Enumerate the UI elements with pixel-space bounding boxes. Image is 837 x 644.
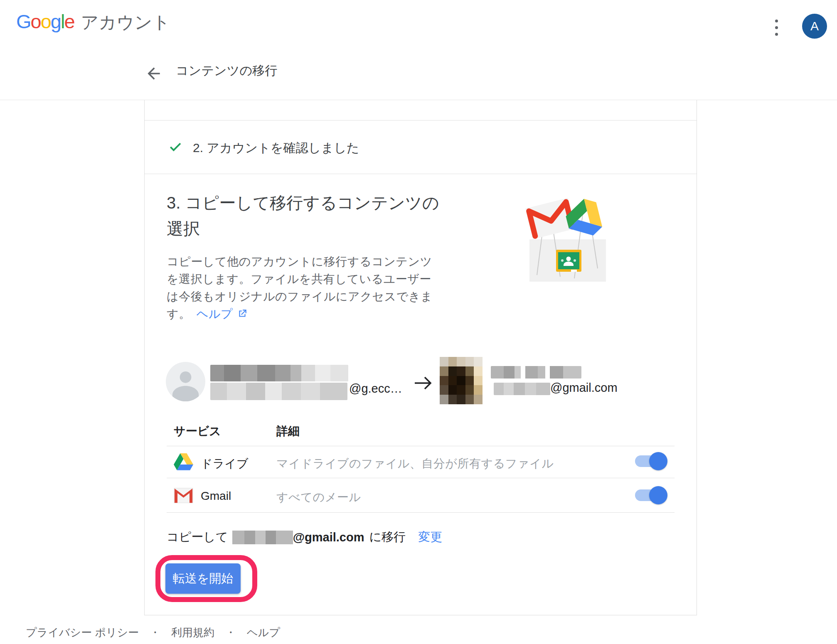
transfer-illustration — [522, 194, 610, 284]
gmail-toggle-knob[interactable] — [649, 486, 667, 504]
step2-label: 2. アカウントを確認しました — [193, 140, 359, 157]
check-icon — [168, 139, 183, 154]
drive-triangle-graphic — [563, 195, 608, 237]
arrow-right-icon — [413, 373, 434, 393]
service-detail-drive: マイドライブのファイル、自分が所有するファイル — [276, 456, 554, 472]
service-detail-gmail: すべてのメール — [276, 489, 361, 505]
google-account-logo[interactable]: Google アカウント — [16, 10, 170, 34]
footer-link-help[interactable]: ヘルプ — [247, 625, 280, 640]
service-name-drive: ドライブ — [201, 456, 249, 472]
divider — [145, 120, 697, 120]
transfer-card: 2. アカウントを確認しました 3. コピーして移行するコンテンツの選択 コピー… — [144, 100, 697, 615]
gmail-icon — [174, 486, 193, 505]
footer-link-terms[interactable]: 利用規約 — [171, 625, 214, 640]
drive-toggle[interactable] — [635, 455, 667, 467]
source-account-avatar — [166, 362, 205, 401]
page-title: コンテンツの移行 — [176, 62, 277, 79]
column-header-service: サービス — [174, 423, 221, 439]
start-transfer-button[interactable]: 転送を開始 — [165, 563, 241, 594]
drive-toggle-knob[interactable] — [649, 452, 667, 470]
footer-link-privacy[interactable]: プライバシー ポリシー — [26, 625, 139, 640]
redacted-destination-email — [494, 383, 550, 395]
app-header: Google アカウント A — [0, 0, 837, 54]
divider — [145, 174, 697, 174]
help-link[interactable]: ヘルプ — [197, 307, 233, 320]
destination-suffix: に移行 — [369, 529, 406, 546]
account-avatar[interactable]: A — [802, 14, 827, 39]
change-destination-link[interactable]: 変更 — [418, 529, 442, 546]
destination-email-suffix: @gmail.com — [550, 381, 618, 395]
destination-account-photo-redacted — [440, 357, 483, 404]
google-account-transfer-page: Google アカウント A コンテンツの移行 2. アカウントを確認しました … — [0, 0, 837, 644]
destination-summary: コピーして @gmail.com に移行 変更 — [167, 529, 442, 546]
footer: プライバシー ポリシー ・ 利用規約 ・ ヘルプ — [26, 625, 280, 640]
redacted-source-email — [210, 383, 347, 400]
divider — [167, 512, 675, 513]
source-email-suffix: @g.ecc… — [349, 382, 402, 396]
sub-header: コンテンツの移行 — [0, 54, 837, 100]
gmail-toggle[interactable] — [635, 489, 667, 501]
kebab-menu-icon[interactable] — [767, 17, 785, 38]
google-logo: Google — [16, 10, 74, 33]
column-header-detail: 詳細 — [276, 423, 300, 439]
step3-description: コピーして他のアカウントに移行するコンテンツ を選択します。ファイルを共有してい… — [167, 253, 458, 323]
back-arrow-icon[interactable] — [145, 64, 163, 83]
redacted-destination-local-part — [232, 531, 293, 544]
service-name-gmail: Gmail — [201, 489, 231, 503]
drive-icon — [174, 452, 193, 472]
product-name: アカウント — [81, 11, 170, 34]
redacted-destination-name — [491, 366, 581, 379]
divider — [167, 478, 675, 478]
redacted-source-name — [210, 365, 348, 381]
divider — [167, 446, 675, 446]
destination-email-bold: @gmail.com — [293, 531, 364, 544]
external-link-icon[interactable] — [237, 308, 248, 319]
step3-title: 3. コピーして移行するコンテンツの選択 — [167, 190, 449, 241]
classroom-icon — [556, 250, 581, 272]
footer-separator: ・ — [225, 625, 236, 640]
destination-prefix: コピーして — [167, 529, 228, 546]
footer-separator: ・ — [150, 625, 160, 640]
